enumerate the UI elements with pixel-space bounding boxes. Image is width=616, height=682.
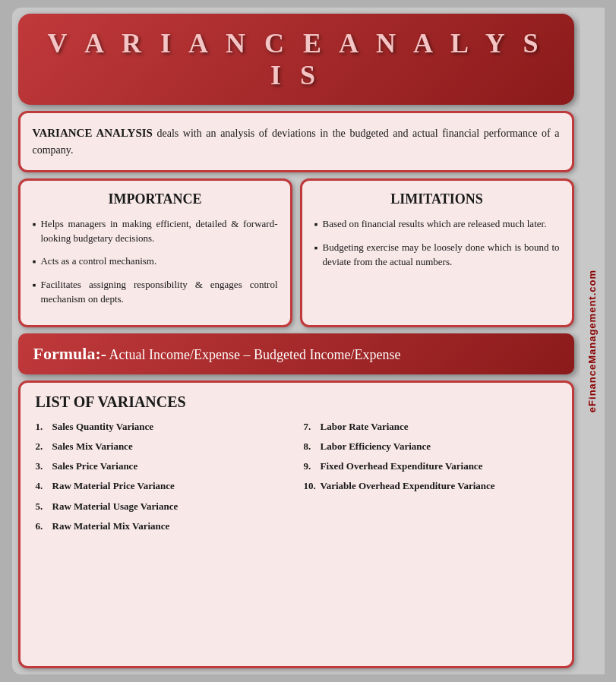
variance-item-6: 6.Raw Material Mix Variance [36, 519, 289, 533]
variances-list-1: 1.Sales Quantity Variance 2.Sales Mix Va… [36, 420, 289, 533]
variance-item-10: 10.Variable Overhead Expenditure Varianc… [304, 479, 557, 493]
formula-label: Formula:- [33, 344, 107, 363]
variance-item-7: 7.Labor Rate Variance [304, 420, 557, 434]
importance-title: IMPORTANCE [33, 191, 278, 207]
variances-col-1: 1.Sales Quantity Variance 2.Sales Mix Va… [36, 420, 289, 539]
importance-list: Helps managers in making efficient, deta… [33, 216, 278, 307]
formula-box: Formula:- Actual Income/Expense – Budget… [18, 333, 574, 374]
importance-item-1: Helps managers in making efficient, deta… [33, 216, 278, 246]
main-container: V A R I A N C E A N A L Y S I S VARIANCE… [12, 8, 605, 674]
variances-box: LIST OF VARIANCES 1.Sales Quantity Varia… [18, 380, 574, 668]
variance-item-3: 3.Sales Price Variance [36, 459, 289, 473]
variances-columns: 1.Sales Quantity Variance 2.Sales Mix Va… [36, 420, 557, 539]
limitations-box: LIMITATIONS Based on financial results w… [300, 178, 574, 327]
definition-bold: VARIANCE ANALYSIS [33, 127, 153, 139]
content-area: V A R I A N C E A N A L Y S I S VARIANCE… [12, 8, 580, 674]
importance-item-3: Facilitates assigning responsibility & e… [33, 277, 278, 307]
definition-box: VARIANCE ANALYSIS deals with an analysis… [18, 111, 574, 172]
middle-section: IMPORTANCE Helps managers in making effi… [18, 178, 574, 327]
variances-title: LIST OF VARIANCES [36, 393, 557, 411]
limitations-list: Based on financial results which are rel… [314, 216, 560, 270]
variance-item-1: 1.Sales Quantity Variance [36, 420, 289, 434]
definition-text: VARIANCE ANALYSIS deals with an analysis… [33, 124, 560, 159]
variance-item-4: 4.Raw Material Price Variance [36, 479, 289, 493]
formula-expression: Actual Income/Expense – Budgeted Income/… [106, 347, 400, 362]
limitations-item-1: Based on financial results which are rel… [314, 216, 560, 232]
importance-box: IMPORTANCE Helps managers in making effi… [18, 178, 292, 327]
variances-col-2: 7.Labor Rate Variance 8.Labor Efficiency… [304, 420, 557, 539]
variance-item-2: 2.Sales Mix Variance [36, 440, 289, 453]
title-box: V A R I A N C E A N A L Y S I S [18, 14, 574, 105]
limitations-title: LIMITATIONS [314, 191, 560, 207]
variance-item-9: 9.Fixed Overhead Expenditure Variance [304, 459, 557, 473]
branding-text: eFinanceManagement.com [586, 270, 598, 412]
variances-list-2: 7.Labor Rate Variance 8.Labor Efficiency… [304, 420, 557, 494]
vertical-branding: eFinanceManagement.com [580, 8, 605, 674]
variance-item-5: 5.Raw Material Usage Variance [36, 500, 289, 513]
limitations-item-2: Budgeting exercise may be loosely done w… [314, 240, 560, 270]
formula-text: Formula:- Actual Income/Expense – Budget… [33, 344, 559, 364]
main-title: V A R I A N C E A N A L Y S I S [36, 27, 556, 91]
variance-item-8: 8.Labor Efficiency Variance [304, 440, 557, 453]
importance-item-2: Acts as a control mechanism. [33, 254, 278, 270]
